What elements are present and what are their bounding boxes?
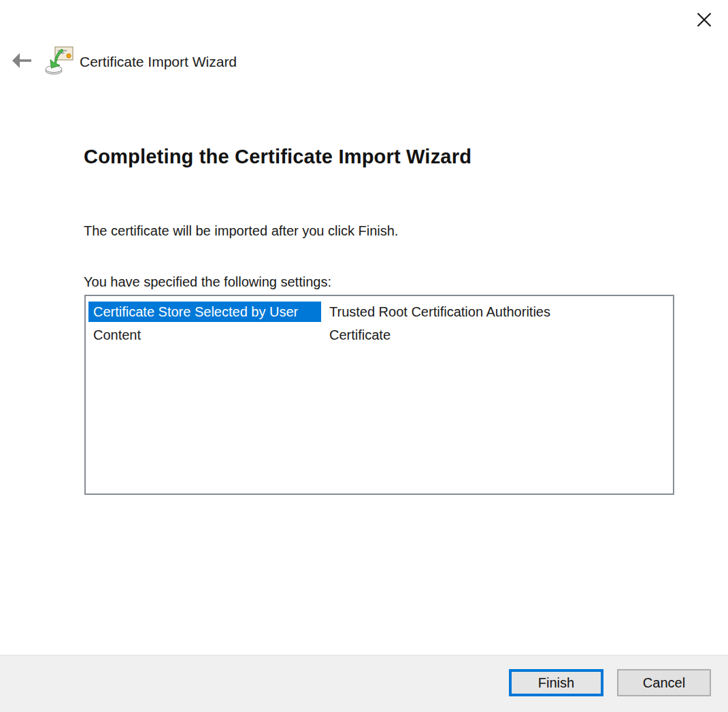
back-button[interactable] xyxy=(8,49,34,74)
setting-name[interactable]: Content xyxy=(88,325,321,345)
settings-listbox[interactable]: Certificate Store Selected by User Trust… xyxy=(84,295,674,495)
close-button[interactable] xyxy=(691,8,718,33)
certificate-import-wizard-dialog: Certificate Import Wizard Completing the… xyxy=(0,0,728,712)
page-title: Completing the Certificate Import Wizard xyxy=(84,146,471,168)
settings-label: You have specified the following setting… xyxy=(84,274,331,290)
setting-name-selected[interactable]: Certificate Store Selected by User xyxy=(88,302,321,322)
settings-row-certificate-store[interactable]: Certificate Store Selected by User Trust… xyxy=(86,300,673,323)
settings-row-content[interactable]: Content Certificate xyxy=(86,323,673,346)
back-arrow-icon xyxy=(10,50,33,73)
finish-button[interactable]: Finish xyxy=(509,669,603,696)
setting-value: Certificate xyxy=(329,327,391,343)
intro-text: The certificate will be imported after y… xyxy=(84,223,398,239)
button-bar: Finish Cancel xyxy=(0,655,728,712)
close-icon xyxy=(695,11,713,31)
setting-value: Trusted Root Certification Authorities xyxy=(329,304,550,320)
cancel-button[interactable]: Cancel xyxy=(617,669,711,696)
certificate-import-icon xyxy=(45,45,75,76)
wizard-title: Certificate Import Wizard xyxy=(80,53,237,71)
